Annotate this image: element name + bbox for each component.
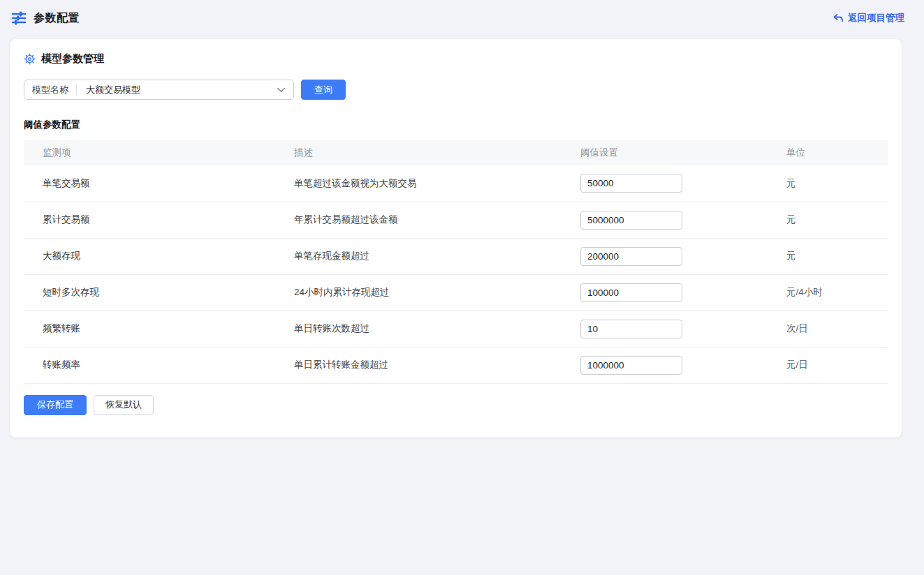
item-cell: 频繁转账 [24,311,294,347]
desc-cell: 单笔存现金额超过 [294,238,580,274]
desc-cell: 单日转账次数超过 [294,311,580,347]
table-row: 单笔交易额 单笔超过该金额视为大额交易 元 [24,165,888,202]
threshold-input[interactable] [580,211,682,230]
return-arrow-icon [833,13,844,24]
threshold-input[interactable] [580,320,682,338]
section-title: 阈值参数配置 [24,119,888,131]
gear-icon [24,53,36,65]
desc-cell: 单日累计转账金额超过 [294,347,580,383]
unit-cell: 元 [776,165,888,202]
sliders-icon [11,10,27,27]
unit-cell: 元/日 [776,347,888,383]
desc-cell: 单笔超过该金额视为大额交易 [294,165,580,202]
table-row: 大额存现 单笔存现金额超过 元 [24,238,888,274]
threshold-input[interactable] [580,174,682,193]
column-header-desc: 描述 [294,140,580,165]
page-title: 参数配置 [34,11,80,26]
desc-cell: 24小时内累计存现超过 [294,274,580,311]
column-header-threshold: 阈值设置 [580,140,776,165]
model-name-select[interactable]: 模型名称 大额交易模型 [24,80,294,100]
item-cell: 单笔交易额 [24,165,294,202]
item-cell: 转账频率 [24,347,294,383]
back-link-label: 返回项目管理 [848,12,904,24]
unit-cell: 元/4小时 [776,274,888,311]
column-header-item: 监测项 [24,140,294,165]
model-select-value: 大额交易模型 [77,84,277,96]
top-bar: 参数配置 返回项目管理 [0,0,924,36]
column-header-unit: 单位 [776,140,888,165]
query-button[interactable]: 查询 [301,80,346,100]
table-header-row: 监测项 描述 阈值设置 单位 [24,140,888,165]
unit-cell: 元 [776,202,888,238]
model-select-label: 模型名称 [24,84,76,96]
threshold-input[interactable] [580,247,682,266]
table-row: 短时多次存现 24小时内累计存现超过 元/4小时 [24,274,888,311]
unit-cell: 次/日 [776,311,888,347]
unit-cell: 元 [776,238,888,274]
threshold-input[interactable] [580,283,682,302]
chevron-down-icon [277,87,293,93]
table-row: 转账频率 单日累计转账金额超过 元/日 [24,347,888,383]
model-params-card: 模型参数管理 模型名称 大额交易模型 查询 阈值参数配置 监测项 描述 阈值设置… [10,39,902,438]
reset-button[interactable]: 恢复默认 [94,395,154,415]
threshold-table: 监测项 描述 阈值设置 单位 单笔交易额 单笔超过该金额视为大额交易 元 累计交… [24,140,888,384]
desc-cell: 年累计交易额超过该金额 [294,202,580,238]
save-button[interactable]: 保存配置 [24,395,87,415]
table-row: 频繁转账 单日转账次数超过 次/日 [24,311,888,347]
table-row: 累计交易额 年累计交易额超过该金额 元 [24,202,888,238]
back-to-project-link[interactable]: 返回项目管理 [833,12,904,24]
item-cell: 累计交易额 [24,202,294,238]
panel-title: 模型参数管理 [41,52,104,66]
threshold-input[interactable] [580,356,682,375]
item-cell: 大额存现 [24,238,294,274]
item-cell: 短时多次存现 [24,274,294,311]
